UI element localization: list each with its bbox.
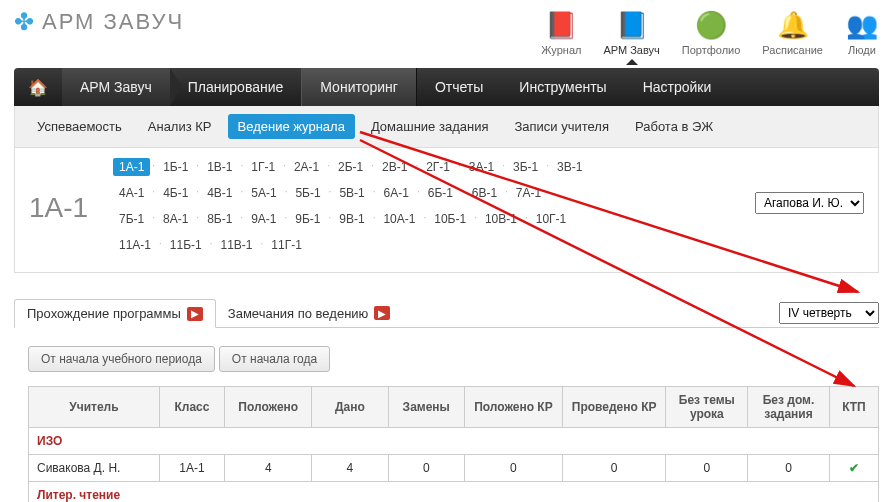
class-5В-1[interactable]: 5В-1	[333, 184, 370, 202]
top-icon-АРМ Завуч[interactable]: 📘АРМ Завуч	[603, 8, 659, 56]
cell: Сивакова Д. Н.	[29, 455, 160, 482]
class-9Б-1[interactable]: 9Б-1	[289, 210, 326, 228]
col-Положено: Положено	[225, 387, 312, 428]
Люди-icon: 👥	[845, 8, 879, 42]
top-icon-label: Люди	[848, 44, 876, 56]
top-icon-label: Журнал	[541, 44, 581, 56]
class-11В-1[interactable]: 11В-1	[215, 236, 259, 254]
arrow-right-icon: ▶	[187, 307, 203, 321]
period-btn[interactable]: От начала учебного периода	[28, 346, 215, 372]
nav-home[interactable]: 🏠	[14, 68, 62, 106]
sub-nav: УспеваемостьАнализ КРВедение журналаДома…	[14, 106, 879, 148]
class-2В-1[interactable]: 2В-1	[376, 158, 413, 176]
class-3Б-1[interactable]: 3Б-1	[507, 158, 544, 176]
subject-row: Литер. чтение	[29, 482, 879, 503]
cell: 0	[388, 455, 464, 482]
class-6В-1[interactable]: 6В-1	[466, 184, 503, 202]
cell: 4	[225, 455, 312, 482]
top-icon-Люди[interactable]: 👥Люди	[845, 8, 879, 56]
nav-Отчеты[interactable]: Отчеты	[417, 68, 501, 106]
cell: 0	[666, 455, 748, 482]
top-icon-Портфолио[interactable]: 🟢Портфолио	[682, 8, 741, 56]
class-1В-1[interactable]: 1В-1	[201, 158, 238, 176]
class-4А-1[interactable]: 4А-1	[113, 184, 150, 202]
class-5Б-1[interactable]: 5Б-1	[289, 184, 326, 202]
class-1Б-1[interactable]: 1Б-1	[157, 158, 194, 176]
class-6А-1[interactable]: 6А-1	[378, 184, 415, 202]
period-btn[interactable]: От начала года	[219, 346, 330, 372]
class-4Б-1[interactable]: 4Б-1	[157, 184, 194, 202]
tab-Прохождение программы[interactable]: Прохождение программы▶	[14, 299, 216, 328]
main-nav: 🏠 АРМ Завуч ПланированиеМониторингОтчеты…	[14, 68, 879, 106]
cell: 4	[312, 455, 388, 482]
tab-Замечания по ведению[interactable]: Замечания по ведению▶	[216, 299, 403, 327]
nav-Настройки[interactable]: Настройки	[625, 68, 730, 106]
class-1Г-1[interactable]: 1Г-1	[245, 158, 281, 176]
app-logo: ✤ АРМ ЗАВУЧ	[14, 8, 184, 36]
col-Класс: Класс	[159, 387, 224, 428]
cell: 0	[464, 455, 562, 482]
quarter-select[interactable]: IV четверть	[779, 302, 879, 324]
class-3А-1[interactable]: 3А-1	[463, 158, 500, 176]
top-icon-label: АРМ Завуч	[603, 44, 659, 56]
tabs-row: Прохождение программы▶Замечания по веден…	[14, 299, 879, 328]
class-10Б-1[interactable]: 10Б-1	[428, 210, 472, 228]
class-11А-1[interactable]: 11А-1	[113, 236, 157, 254]
tab-label: Прохождение программы	[27, 306, 181, 321]
current-class: 1А-1	[29, 192, 99, 224]
col-Проведено КР: Проведено КР	[562, 387, 666, 428]
class-8Б-1[interactable]: 8Б-1	[201, 210, 238, 228]
table-row: ИЗО	[29, 428, 879, 455]
class-7А-1[interactable]: 7А-1	[510, 184, 547, 202]
cell: 0	[562, 455, 666, 482]
subnav-Работа в ЭЖ[interactable]: Работа в ЭЖ	[625, 114, 723, 139]
class-7Б-1[interactable]: 7Б-1	[113, 210, 150, 228]
check-icon: ✔	[849, 461, 859, 475]
class-10А-1[interactable]: 10А-1	[377, 210, 421, 228]
nav-breadcrumb[interactable]: АРМ Завуч	[62, 68, 170, 106]
Расписание-icon: 🔔	[776, 8, 810, 42]
cell: ✔	[829, 455, 878, 482]
class-11Г-1[interactable]: 11Г-1	[265, 236, 308, 254]
class-8А-1[interactable]: 8А-1	[157, 210, 194, 228]
top-icon-Журнал[interactable]: 📕Журнал	[541, 8, 581, 56]
class-5А-1[interactable]: 5А-1	[245, 184, 282, 202]
subnav-Анализ КР[interactable]: Анализ КР	[138, 114, 222, 139]
class-10В-1[interactable]: 10В-1	[479, 210, 523, 228]
class-6Б-1[interactable]: 6Б-1	[422, 184, 459, 202]
col-Положено КР: Положено КР	[464, 387, 562, 428]
progress-table: УчительКлассПоложеноДаноЗаменыПоложено К…	[28, 386, 879, 502]
class-9А-1[interactable]: 9А-1	[245, 210, 282, 228]
col-Учитель: Учитель	[29, 387, 160, 428]
col-Без дом. задания: Без дом. задания	[748, 387, 830, 428]
class-11Б-1[interactable]: 11Б-1	[164, 236, 208, 254]
class-2Б-1[interactable]: 2Б-1	[332, 158, 369, 176]
top-icon-Расписание[interactable]: 🔔Расписание	[762, 8, 823, 56]
nav-Инструменты[interactable]: Инструменты	[501, 68, 624, 106]
subject-row: ИЗО	[29, 428, 879, 455]
Журнал-icon: 📕	[544, 8, 578, 42]
tab-label: Замечания по ведению	[228, 306, 369, 321]
class-9В-1[interactable]: 9В-1	[333, 210, 370, 228]
subnav-Успеваемость[interactable]: Успеваемость	[27, 114, 132, 139]
col-Замены: Замены	[388, 387, 464, 428]
class-panel: 1А-1 1А-1·1Б-1·1В-1·1Г-1·2А-1·2Б-1·2В-1·…	[14, 148, 879, 273]
class-3В-1[interactable]: 3В-1	[551, 158, 588, 176]
subnav-Записи учителя[interactable]: Записи учителя	[504, 114, 619, 139]
top-icon-label: Портфолио	[682, 44, 741, 56]
class-1А-1[interactable]: 1А-1	[113, 158, 150, 176]
nav-Планирование[interactable]: Планирование	[170, 68, 302, 106]
teacher-select[interactable]: Агапова И. Ю.	[755, 192, 864, 214]
subnav-Ведение журнала[interactable]: Ведение журнала	[228, 114, 355, 139]
arrow-right-icon: ▶	[374, 306, 390, 320]
class-4В-1[interactable]: 4В-1	[201, 184, 238, 202]
nav-Мониторинг[interactable]: Мониторинг	[301, 68, 417, 106]
class-2Г-1[interactable]: 2Г-1	[420, 158, 456, 176]
col-Дано: Дано	[312, 387, 388, 428]
clover-icon: ✤	[14, 8, 34, 36]
Портфолио-icon: 🟢	[694, 8, 728, 42]
class-2А-1[interactable]: 2А-1	[288, 158, 325, 176]
cell: 1А-1	[159, 455, 224, 482]
class-10Г-1[interactable]: 10Г-1	[530, 210, 573, 228]
subnav-Домашние задания[interactable]: Домашние задания	[361, 114, 499, 139]
